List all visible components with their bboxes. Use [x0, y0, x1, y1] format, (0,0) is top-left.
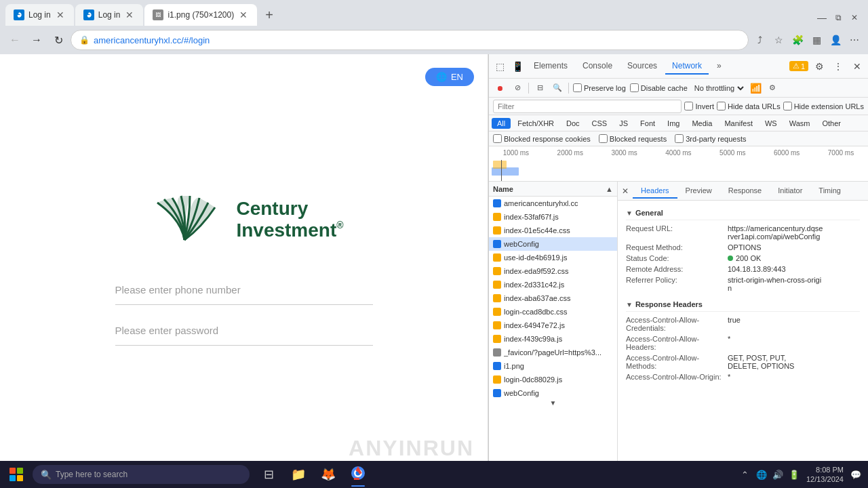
password-input[interactable] [115, 316, 373, 346]
chevron-up-icon[interactable]: ⌃ [738, 468, 752, 481]
detail-tab-response[interactable]: Response [720, 184, 770, 199]
star-icon[interactable]: ☆ [770, 32, 787, 48]
notification-icon[interactable]: 💬 [849, 468, 863, 481]
tab-2-close[interactable]: ✕ [124, 9, 135, 20]
forward-button[interactable]: → [27, 30, 46, 49]
record-button[interactable]: ⏺ [493, 81, 507, 95]
file-item-3[interactable]: webConfig [489, 237, 617, 251]
taskbar-task-view[interactable]: ⊟ [255, 461, 282, 488]
devtools-tab-network[interactable]: Network [665, 58, 709, 75]
detail-tab-initiator[interactable]: Initiator [770, 184, 810, 199]
file-item-14[interactable]: webConfig [489, 386, 617, 400]
file-item-10[interactable]: index-f439c99a.js [489, 332, 617, 346]
hide-ext-urls-checkbox[interactable] [783, 102, 792, 110]
hide-data-urls-checkbox[interactable] [717, 102, 726, 110]
response-headers-section-header[interactable]: ▼ Response Headers [626, 298, 860, 312]
blocked-cookies-checkbox[interactable] [493, 134, 502, 143]
minimize-chrome-button[interactable]: — [814, 9, 830, 26]
type-btn-doc[interactable]: Doc [561, 118, 585, 129]
throttle-select[interactable]: No throttling Slow 3G Fast 3G [692, 83, 746, 93]
battery-icon[interactable]: 🔋 [787, 468, 801, 481]
file-item-5[interactable]: index-eda9f592.css [489, 264, 617, 278]
general-section-header[interactable]: ▼ General [626, 206, 860, 220]
tab-2[interactable]: Log in ✕ [75, 4, 144, 26]
file-item-13[interactable]: login-0dc88029.js [489, 373, 617, 386]
taskbar-file-explorer[interactable]: 📁 [285, 461, 312, 488]
translate-button[interactable]: 🌐 EN [425, 68, 474, 86]
devtools-tab-console[interactable]: Console [576, 58, 619, 75]
volume-icon[interactable]: 🔊 [771, 468, 785, 481]
share-icon[interactable]: ⤴ [751, 32, 768, 48]
type-btn-media[interactable]: Media [686, 118, 717, 129]
menu-icon[interactable]: ⋯ [846, 32, 863, 48]
devtools-tab-more[interactable]: » [710, 58, 728, 75]
file-item-8[interactable]: login-ccad8dbc.css [489, 305, 617, 319]
type-btn-wasm[interactable]: Wasm [784, 118, 816, 129]
type-btn-manifest[interactable]: Manifest [719, 118, 758, 129]
invert-checkbox[interactable] [684, 102, 693, 110]
detail-close-icon[interactable]: ✕ [620, 186, 630, 196]
file-list-scroll-down[interactable]: ▼ [489, 400, 617, 405]
start-button[interactable] [0, 461, 33, 488]
type-btn-other[interactable]: Other [816, 118, 846, 129]
devtools-tab-sources[interactable]: Sources [620, 58, 664, 75]
close-chrome-button[interactable]: ✕ [846, 9, 863, 26]
disable-cache-label[interactable]: Disable cache [630, 83, 688, 92]
tab-1-close[interactable]: ✕ [55, 9, 66, 20]
new-tab-button[interactable]: + [258, 4, 280, 26]
taskbar-search[interactable]: 🔍 Type here to search [33, 465, 250, 484]
preserve-log-label[interactable]: Preserve log [573, 83, 626, 92]
file-item-4[interactable]: use-id-de4b6919.js [489, 251, 617, 264]
file-item-1[interactable]: index-53faf67f.js [489, 210, 617, 224]
filter-toggle[interactable]: ⊟ [533, 81, 547, 95]
sidebar-icon[interactable]: ▦ [808, 32, 825, 48]
devtools-close-icon[interactable]: ✕ [849, 58, 865, 75]
disable-cache-checkbox[interactable] [630, 83, 639, 92]
hide-ext-urls-label[interactable]: Hide extension URLs [783, 102, 864, 110]
file-item-11[interactable]: _favicon/?pageUrl=https%3... [489, 346, 617, 359]
blocked-requests-checkbox[interactable] [599, 134, 608, 143]
type-btn-all[interactable]: All [492, 118, 511, 129]
hide-data-urls-label[interactable]: Hide data URLs [717, 102, 781, 110]
address-bar[interactable]: 🔒 americancenturyhxl.cc/#/login [71, 30, 749, 50]
device-toolbar-icon[interactable]: 📱 [509, 58, 526, 75]
blocked-requests-label[interactable]: Blocked requests [599, 134, 667, 143]
third-party-checkbox[interactable] [675, 134, 684, 143]
file-item-12[interactable]: i1.png [489, 359, 617, 373]
file-item-7[interactable]: index-aba637ae.css [489, 291, 617, 305]
profile-icon[interactable]: 👤 [827, 32, 844, 48]
detail-tab-headers[interactable]: Headers [633, 184, 677, 199]
search-icon[interactable]: 🔍 [551, 81, 564, 95]
file-item-9[interactable]: index-64947e72.js [489, 319, 617, 332]
file-item-0[interactable]: americancenturyhxl.cc [489, 197, 617, 210]
devtools-more-icon[interactable]: ⋮ [830, 58, 846, 75]
taskbar-chrome[interactable] [344, 461, 372, 488]
clear-button[interactable]: ⊘ [511, 81, 524, 95]
settings-icon[interactable]: ⚙ [811, 58, 827, 75]
back-button[interactable]: ← [5, 30, 24, 49]
third-party-label[interactable]: 3rd-party requests [675, 134, 746, 143]
file-list-scroll-up[interactable]: ▲ [606, 185, 613, 193]
inspect-element-icon[interactable]: ⬚ [492, 58, 508, 75]
preserve-log-checkbox[interactable] [573, 83, 582, 92]
detail-tab-timing[interactable]: Timing [810, 184, 849, 199]
type-btn-fetch[interactable]: Fetch/XHR [512, 118, 559, 129]
refresh-button[interactable]: ↻ [49, 30, 68, 49]
restore-chrome-button[interactable]: ⧉ [830, 9, 846, 26]
filter-input[interactable] [493, 100, 682, 113]
phone-input[interactable] [115, 275, 373, 305]
network-status-icon[interactable]: 🌐 [755, 468, 768, 481]
detail-tab-preview[interactable]: Preview [677, 184, 720, 199]
type-btn-js[interactable]: JS [614, 118, 633, 129]
type-btn-css[interactable]: CSS [587, 118, 613, 129]
devtools-tab-elements[interactable]: Elements [527, 58, 574, 75]
extensions-icon[interactable]: 🧩 [789, 32, 806, 48]
taskbar-firefox[interactable]: 🦊 [315, 461, 342, 488]
file-item-6[interactable]: index-2d331c42.js [489, 278, 617, 291]
tab-3[interactable]: 🖼 i1.png (750×1200) ✕ [144, 4, 257, 26]
blocked-cookies-label[interactable]: Blocked response cookies [493, 134, 591, 143]
tab-1[interactable]: Log in ✕ [5, 4, 74, 26]
network-settings-icon[interactable]: ⚙ [766, 81, 779, 95]
tab-3-close[interactable]: ✕ [238, 9, 249, 20]
type-btn-img[interactable]: Img [662, 118, 685, 129]
